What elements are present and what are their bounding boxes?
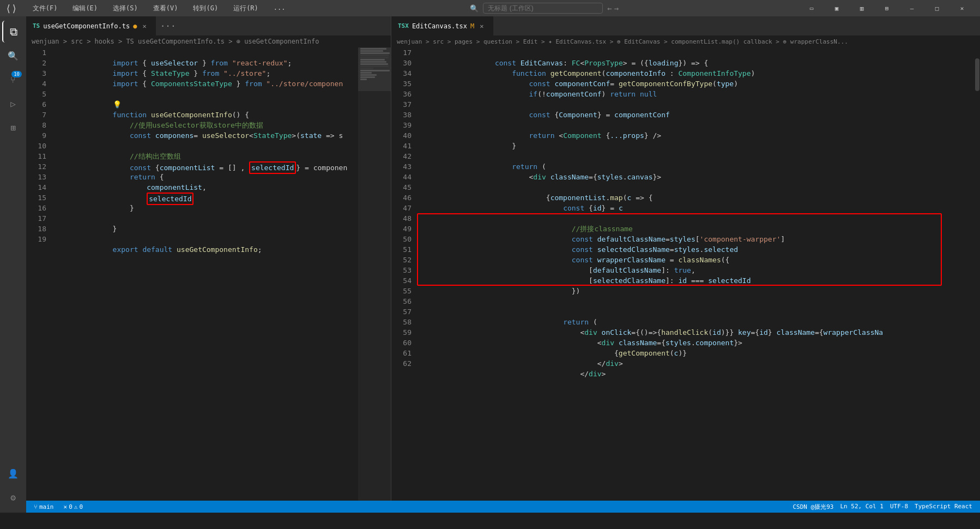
ln-14: 14 <box>26 182 46 193</box>
layout-icon-3[interactable]: ▥ <box>849 0 874 16</box>
menu-select[interactable]: 选择(S) <box>108 2 142 15</box>
menu-more[interactable]: ... <box>269 2 290 15</box>
status-cursor[interactable]: Ln 52, Col 1 <box>838 503 885 510</box>
activity-run[interactable]: ▷ <box>2 93 24 115</box>
rln-41: 41 <box>391 141 412 151</box>
left-tab-modified: ● <box>133 22 137 30</box>
minimap-line-7 <box>360 61 386 63</box>
layout-icon-4[interactable]: ⊞ <box>874 0 899 16</box>
ln-15: 15 <box>26 193 46 203</box>
minimap-line-2 <box>360 50 383 52</box>
rln-43: 43 <box>391 161 412 172</box>
left-tab-close[interactable]: ✕ <box>140 21 148 31</box>
rln-46: 46 <box>391 193 412 203</box>
layout-icon-1[interactable]: ▭ <box>799 0 824 16</box>
status-errors[interactable]: ✕ 0 ⚠ 0 <box>62 501 86 513</box>
encoding-label: UTF-8 <box>890 503 908 510</box>
rcode-line-17: const EditCanvas: FC<PropsType> = ({load… <box>418 47 975 58</box>
error-icon: ✕ <box>64 503 68 510</box>
nav-arrows: ← → <box>607 4 619 13</box>
status-language[interactable]: TypeScript React <box>912 503 975 510</box>
rln-60: 60 <box>391 338 412 348</box>
minimap-line-13 <box>360 74 377 76</box>
minimap-line-1 <box>360 48 386 50</box>
rln-61: 61 <box>391 348 412 358</box>
minimap-line-9 <box>360 65 389 67</box>
left-code-content[interactable]: import { useSelector } from "react-redux… <box>51 47 358 501</box>
close-button[interactable]: ✕ <box>949 0 975 16</box>
minimize-button[interactable]: — <box>899 0 924 16</box>
menu-goto[interactable]: 转到(G) <box>189 2 222 15</box>
left-line-numbers: 1 2 3 4 5 6 7 8 9 10 11 12 13 14 <box>26 47 51 501</box>
rln-57: 57 <box>391 306 412 317</box>
activity-files[interactable]: ⧉ <box>2 21 24 43</box>
left-tab-active[interactable]: TS useGetComponentInfo.ts ● ✕ <box>26 16 156 35</box>
rln-35: 35 <box>391 79 412 89</box>
rln-53: 53 <box>391 265 412 275</box>
right-tab-label: EditCanvas.tsx <box>412 22 467 30</box>
status-right: CSDN @摄光93 Ln 52, Col 1 UTF-8 TypeScript… <box>790 503 975 511</box>
left-minimap-viewport <box>358 47 391 91</box>
rln-17: 17 <box>391 47 412 58</box>
activity-source-control[interactable]: ⑂ 10 <box>2 69 24 91</box>
left-tab-more[interactable]: ··· <box>156 16 180 35</box>
left-tab-label: useGetComponentInfo.ts <box>43 22 130 30</box>
right-code-view[interactable]: 17 30 34 35 36 37 38 39 40 41 42 43 44 4… <box>391 47 980 501</box>
activity-extensions[interactable]: ⊞ <box>2 117 24 139</box>
right-scrollbar[interactable] <box>975 47 980 501</box>
csdn-label: CSDN @摄光93 <box>793 503 833 511</box>
title-bar-left: ⟨⟩ 文件(F) 编辑(E) 选择(S) 查看(V) 转到(G) 运行(R) .… <box>5 2 290 15</box>
activity-search[interactable]: 🔍 <box>2 45 24 67</box>
right-editor-tabs: TSX EditCanvas.tsx M ✕ <box>391 16 980 35</box>
rln-34: 34 <box>391 68 412 79</box>
activity-account[interactable]: 👤 <box>2 462 24 484</box>
status-csdn[interactable]: CSDN @摄光93 <box>790 503 836 511</box>
right-scrollbar-thumb[interactable] <box>975 58 979 91</box>
account-icon: 👤 <box>8 468 19 479</box>
warning-count: 0 <box>79 503 83 510</box>
rln-42: 42 <box>391 151 412 161</box>
maximize-button[interactable]: □ <box>924 0 949 16</box>
right-tab-close[interactable]: ✕ <box>477 21 486 31</box>
rcode-line-48: //拼接classname <box>418 213 975 224</box>
forward-arrow-icon[interactable]: → <box>614 4 619 13</box>
menu-file[interactable]: 文件(F) <box>28 2 62 15</box>
rln-30: 30 <box>391 58 412 68</box>
title-search-input[interactable] <box>483 3 603 14</box>
rln-47: 47 <box>391 203 412 213</box>
right-code-content[interactable]: const EditCanvas: FC<PropsType> = ({load… <box>416 47 975 501</box>
rln-38: 38 <box>391 110 412 120</box>
menu-view[interactable]: 查看(V) <box>149 2 183 15</box>
right-tab-active[interactable]: TSX EditCanvas.tsx M ✕ <box>391 16 493 35</box>
activity-bar: ⧉ 🔍 ⑂ 10 ▷ ⊞ 👤 ⚙ <box>0 16 26 513</box>
right-line-numbers: 17 30 34 35 36 37 38 39 40 41 42 43 44 4… <box>391 47 416 501</box>
rln-39: 39 <box>391 120 412 130</box>
rln-62: 62 <box>391 358 412 369</box>
minimap-line-4 <box>360 55 389 56</box>
ln-6: 6 <box>26 99 46 110</box>
window-controls: ▭ ▣ ▥ ⊞ — □ ✕ <box>799 0 975 16</box>
status-branch[interactable]: ⑂ main <box>32 501 56 513</box>
status-encoding[interactable]: UTF-8 <box>888 503 910 510</box>
branch-icon: ⑂ <box>34 503 38 510</box>
title-bar-center: 🔍 ← → <box>470 3 619 14</box>
search-icon: 🔍 <box>8 51 19 61</box>
activity-bar-bottom: 👤 ⚙ <box>2 462 24 513</box>
language-label: TypeScript React <box>915 503 972 510</box>
ln-10: 10 <box>26 141 46 151</box>
left-code-view[interactable]: 1 2 3 4 5 6 7 8 9 10 11 12 13 14 <box>26 47 391 501</box>
lightbulb-icon-5: 💡 <box>113 100 122 109</box>
layout-icon-2[interactable]: ▣ <box>824 0 849 16</box>
title-bar-right: ▭ ▣ ▥ ⊞ — □ ✕ <box>799 0 975 16</box>
menu-edit[interactable]: 编辑(E) <box>68 2 102 15</box>
right-breadcrumb: wenjuan > src > pages > question > Edit … <box>391 35 980 47</box>
ln-18: 18 <box>26 224 46 234</box>
left-breadcrumb-text: wenjuan > src > hooks > TS useGetCompone… <box>32 38 319 45</box>
back-arrow-icon[interactable]: ← <box>607 4 612 13</box>
activity-settings[interactable]: ⚙ <box>2 486 24 508</box>
rcode-line-42: return ( <box>418 151 975 161</box>
menu-run[interactable]: 运行(R) <box>229 2 263 15</box>
right-editor-pane: TSX EditCanvas.tsx M ✕ wenjuan > src > p… <box>391 16 980 501</box>
right-breadcrumb-text: wenjuan > src > pages > question > Edit … <box>397 38 848 45</box>
files-icon: ⧉ <box>10 25 17 38</box>
